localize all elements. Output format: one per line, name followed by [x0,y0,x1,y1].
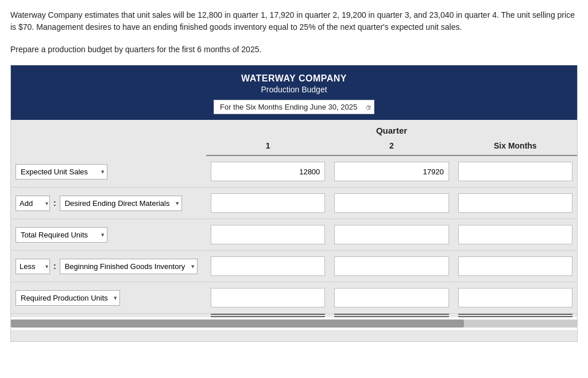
q1-total-input[interactable] [211,225,325,244]
q2-production-input[interactable] [334,288,448,307]
row-required-production: Required Production Units [11,282,577,314]
q1-production-cell [206,288,330,307]
row-label-expected: Expected Unit Sales [11,164,206,180]
row-desired-ending: Add Less : Desired Ending Direct Materia… [11,188,577,219]
less-prefix-wrap: Less Add [16,259,50,274]
expected-unit-sales-select[interactable]: Expected Unit Sales [16,164,107,180]
row-label-desired: Add Less : Desired Ending Direct Materia… [11,196,206,211]
required-production-select[interactable]: Required Production Units [16,290,120,306]
desired-ending-select[interactable]: Desired Ending Direct Materials [60,196,182,211]
add-prefix-wrap: Add Less [16,196,50,211]
q2-expected-cell [330,162,453,181]
row-inputs-beginning [206,256,577,276]
budget-table: WATERWAY COMPANY Production Budget For t… [10,65,578,342]
desired-ending-label-wrap: Desired Ending Direct Materials [60,196,182,211]
q2-desired-input[interactable] [334,193,448,213]
add-prefix-select[interactable]: Add Less [16,196,50,211]
six-months-header: Six Months [454,139,577,156]
budget-title: Production Budget [17,85,571,94]
six-production-input[interactable] [458,288,572,307]
q2-total-cell [330,225,453,244]
double-spacer [11,314,206,317]
budget-header: WATERWAY COMPANY Production Budget For t… [11,65,577,120]
period-select-container: For the Six Months Ending June 30, 2025 … [214,100,374,114]
expected-unit-sales-select-wrap: Expected Unit Sales [16,164,107,180]
six-desired-cell [454,193,577,213]
scrollbar-thumb[interactable] [11,319,464,328]
quarter-nums: 1 2 Six Months [206,139,577,156]
intro-paragraph1: Waterway Company estimates that unit sal… [10,9,578,33]
period-selector-wrap: For the Six Months Ending June 30, 2025 … [17,100,571,114]
six-total-cell [454,225,577,244]
q1-production-input[interactable] [211,288,325,307]
required-production-select-wrap: Required Production Units [16,290,120,306]
q1-beginning-cell [206,256,330,276]
colon-beginning: : [52,262,57,271]
colon-desired: : [52,198,57,208]
six-desired-input[interactable] [458,193,572,213]
six-beginning-cell [454,256,577,276]
total-required-select-wrap: Total Required Units [16,227,107,243]
six-expected-input[interactable] [458,162,572,181]
column-headers: Quarter 1 2 Six Months [11,120,577,156]
company-name: WATERWAY COMPANY [17,73,571,84]
period-select[interactable]: For the Six Months Ending June 30, 2025 [214,100,374,114]
less-prefix-select[interactable]: Less Add [16,259,50,274]
row-label-total: Total Required Units [11,227,206,243]
horizontal-scrollbar[interactable] [11,319,577,328]
q2-beginning-cell [330,256,453,276]
row-inputs-expected [206,162,577,181]
q1-total-cell [206,225,330,244]
double-border-row [11,314,577,317]
row-inputs-production [206,288,577,307]
row-beginning-fg: Less Add : Beginning Finished Goods Inve… [11,251,577,282]
q1-expected-cell [206,162,330,181]
quarter-header-area: Quarter 1 2 Six Months [206,120,577,156]
six-beginning-input[interactable] [458,256,572,276]
quarter-label: Quarter [206,120,577,139]
q2-total-input[interactable] [334,225,448,244]
q1-expected-input[interactable] [211,162,325,181]
table-body: Expected Unit Sales [11,156,577,314]
q1-header: 1 [206,139,330,156]
q1-beginning-input[interactable] [211,256,325,276]
total-required-select[interactable]: Total Required Units [16,227,107,243]
left-spacer [11,120,206,156]
q2-expected-input[interactable] [334,162,448,181]
q2-desired-cell [330,193,453,213]
q2-beginning-input[interactable] [334,256,448,276]
double-lines [206,314,577,317]
bottom-stripe [11,330,577,341]
q2-production-cell [330,288,453,307]
intro-paragraph2: Prepare a production budget by quarters … [10,44,578,56]
row-total-required: Total Required Units [11,219,577,251]
row-inputs-desired [206,193,577,213]
six-production-cell [454,288,577,307]
row-label-beginning: Less Add : Beginning Finished Goods Inve… [11,259,206,274]
q2-double-line [334,314,448,317]
row-inputs-total [206,225,577,244]
six-expected-cell [454,162,577,181]
beginning-fg-label-wrap: Beginning Finished Goods Inventory [60,259,198,274]
six-total-input[interactable] [458,225,572,244]
q1-desired-input[interactable] [211,193,325,213]
beginning-fg-select[interactable]: Beginning Finished Goods Inventory [60,259,198,274]
six-double-line [458,314,572,317]
row-expected-unit-sales: Expected Unit Sales [11,156,577,188]
q1-double-line [211,314,325,317]
q2-header: 2 [330,139,453,156]
q1-desired-cell [206,193,330,213]
row-label-production: Required Production Units [11,290,206,306]
